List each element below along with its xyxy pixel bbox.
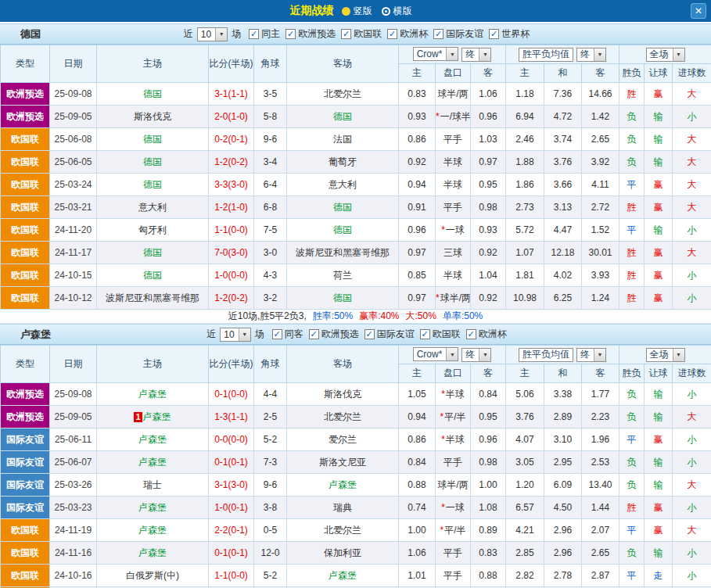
- home-team-cell: 德国: [97, 83, 209, 106]
- asian-away-odds: 0.88: [471, 565, 506, 587]
- header-select[interactable]: 胜平负均值: [519, 348, 573, 362]
- filter-checkbox[interactable]: ✓同主: [249, 27, 280, 41]
- match-type-badge: 欧国联: [1, 128, 50, 151]
- sub-column-header: 主: [506, 364, 544, 383]
- match-date: 25-03-26: [50, 474, 97, 497]
- handicap-cell: *一球: [436, 219, 471, 242]
- summary-segment: 大:50%: [406, 310, 436, 323]
- home-team-cell: 匈牙利: [97, 219, 209, 242]
- header-select[interactable]: 全场▼: [646, 348, 685, 362]
- filter-checkbox[interactable]: ✓国际友谊: [364, 328, 415, 341]
- team-name: 法国: [333, 134, 352, 145]
- filter-checkbox[interactable]: ✓世界杯: [489, 27, 530, 41]
- filter-checkbox[interactable]: ✓国际友谊: [433, 27, 483, 41]
- header-select[interactable]: 胜平负均值: [519, 48, 573, 62]
- asian-home-odds: 0.83: [399, 83, 436, 106]
- score-cell: 2-2(0-1): [209, 519, 254, 542]
- goals-result-cell: 小: [673, 542, 711, 565]
- header-select[interactable]: 全场▼: [646, 48, 685, 62]
- sections-container: 德国近10▼场✓同主✓欧洲预选✓欧国联✓欧洲杯✓国际友谊✓世界杯类型日期主场比分…: [0, 23, 711, 588]
- dropdown-arrow-icon: ▼: [479, 349, 490, 361]
- away-team-cell: 葡萄牙: [287, 151, 399, 174]
- score-cell: 1-0(0-1): [209, 497, 254, 519]
- score-cell: 0-2(0-1): [209, 128, 254, 151]
- header-select[interactable]: 终▼: [576, 348, 606, 362]
- filter-checkbox[interactable]: ✓欧国联: [420, 328, 461, 341]
- team-name: 意大利: [138, 202, 167, 213]
- asian-away-odds: 0.93: [471, 219, 506, 242]
- away-team-cell: 保加利亚: [287, 542, 399, 565]
- score-cell: 1-2(0-2): [209, 287, 254, 310]
- filter-checkbox[interactable]: ✓欧洲预选: [309, 328, 359, 341]
- close-icon[interactable]: ✕: [691, 3, 706, 19]
- euro-away-odds: 30.01: [582, 242, 619, 264]
- handicap-result-cell: 输: [645, 542, 673, 565]
- header-select[interactable]: 终▼: [576, 48, 606, 62]
- handicap-result-cell: 输: [645, 451, 673, 474]
- asian-away-odds: 1.03: [471, 128, 506, 151]
- filter-checkbox[interactable]: ✓同客: [272, 328, 303, 341]
- goals-result-cell: 小: [673, 451, 711, 474]
- goals-result-cell: 大: [673, 519, 711, 542]
- header-select[interactable]: Crow*▼: [413, 47, 459, 61]
- asian-away-odds: 0.95: [471, 406, 506, 428]
- filter-checkbox[interactable]: ✓欧洲杯: [466, 328, 507, 341]
- euro-away-odds: 1.77: [582, 383, 619, 406]
- handicap-text: 平/半: [444, 525, 465, 536]
- team-name: 卢森堡: [138, 547, 167, 558]
- match-count-select[interactable]: 10▼: [220, 328, 250, 342]
- euro-away-odds: 14.66: [582, 83, 619, 106]
- euro-away-odds: 2.65: [582, 542, 619, 565]
- radio-icon: [342, 7, 350, 16]
- goals-result-cell: 大: [673, 83, 711, 106]
- euro-home-odds: 5.72: [506, 219, 544, 242]
- sub-column-header: 客: [582, 64, 619, 83]
- home-team-cell: 德国: [97, 151, 209, 174]
- handicap-cell: 半球: [436, 174, 471, 196]
- result-cell: 负: [619, 128, 645, 151]
- favored-star: *: [441, 502, 445, 513]
- euro-draw-odds: 2.96: [544, 542, 582, 565]
- group-header: 胜平负均值终▼: [506, 346, 619, 364]
- team-name: 波斯尼亚和黑塞哥维那: [296, 247, 390, 258]
- layout-option-horizontal[interactable]: 横版: [382, 5, 412, 18]
- checkbox-checked-icon: ✓: [249, 29, 259, 39]
- checkbox-label: 同客: [285, 328, 303, 341]
- handicap-result-cell: 输: [645, 383, 673, 406]
- filter-checkbox[interactable]: ✓欧洲预选: [285, 27, 336, 41]
- goals-result-cell: 小: [673, 264, 711, 287]
- filter-checkbox[interactable]: ✓欧洲杯: [387, 27, 428, 41]
- team-name: 卢森堡: [138, 502, 167, 513]
- favored-star: *: [441, 389, 445, 400]
- result-cell: 负: [619, 383, 645, 406]
- team-name: 北爱尔兰: [324, 525, 361, 536]
- match-date: 24-11-17: [50, 242, 97, 264]
- away-team-cell: 德国: [287, 219, 399, 242]
- euro-away-odds: 2.87: [582, 565, 619, 587]
- match-type-badge: 国际友谊: [1, 474, 50, 497]
- asian-home-odds: 0.88: [399, 474, 436, 497]
- match-count-select[interactable]: 10▼: [197, 27, 228, 41]
- away-team-cell: 瑞典: [287, 497, 399, 519]
- asian-away-odds: 0.96: [471, 106, 506, 128]
- header-select[interactable]: 终▼: [461, 348, 491, 362]
- header-select[interactable]: Crow*▼: [413, 347, 459, 361]
- match-date: 25-03-23: [50, 497, 97, 519]
- result-cell: 胜: [619, 83, 645, 106]
- layout-option-vertical[interactable]: 竖版: [342, 5, 372, 18]
- team-name: 北爱尔兰: [324, 411, 361, 422]
- score-cell: 2-0(1-0): [209, 106, 254, 128]
- team-name: 葡萄牙: [329, 156, 357, 167]
- header-select-value: 终: [465, 48, 477, 61]
- match-date: 25-06-11: [50, 428, 97, 451]
- header-select[interactable]: 终▼: [461, 48, 491, 62]
- away-team-cell: 法国: [287, 128, 399, 151]
- goals-result-cell: 小: [673, 428, 711, 451]
- filter-checkbox[interactable]: ✓欧国联: [341, 27, 382, 41]
- away-team-cell: 卢森堡: [287, 565, 399, 587]
- asian-home-odds: 0.86: [399, 128, 436, 151]
- match-row: 欧国联24-11-19卢森堡2-2(0-1)0-5北爱尔兰1.00*平/半0.8…: [1, 519, 711, 542]
- team-name-label: 德国: [20, 27, 41, 41]
- handicap-text: 一球: [446, 502, 465, 513]
- column-header: 角球: [254, 346, 287, 383]
